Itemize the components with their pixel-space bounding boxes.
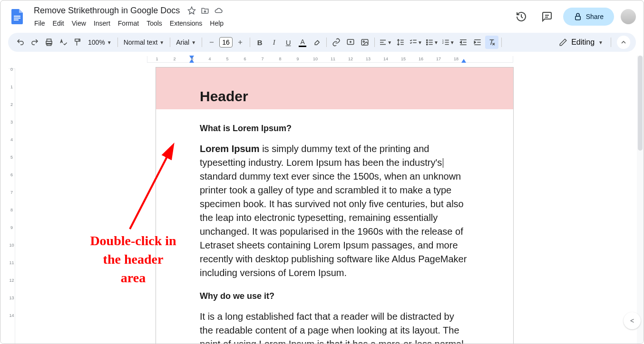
insert-image-button[interactable] [358,36,371,49]
undo-button[interactable] [14,36,27,49]
decrease-font-size-button[interactable] [205,36,218,49]
menu-edit[interactable]: Edit [49,18,68,29]
caret-down-icon: ▼ [107,40,112,45]
account-avatar[interactable] [621,9,636,24]
header-text: Header [200,88,469,105]
numbered-list-button[interactable]: 12▼ [440,36,456,49]
caret-down-icon: ▼ [387,40,392,45]
menu-view[interactable]: View [68,18,89,29]
svg-rect-8 [75,39,79,41]
menu-insert[interactable]: Insert [90,18,114,29]
vertical-scrollbar[interactable] [637,56,644,344]
increase-font-size-button[interactable] [234,36,247,49]
separator [611,38,611,47]
separator [250,38,250,47]
paint-format-button[interactable] [71,36,84,49]
paragraph-style-select[interactable]: Normal text▼ [121,38,167,46]
caret-down-icon: ▼ [159,40,164,45]
page-body[interactable]: What is Lorem Ipsum? Lorem Ipsum is simp… [156,109,513,344]
insert-link-button[interactable] [330,36,343,49]
clear-formatting-button[interactable] [485,36,498,49]
separator [117,38,118,47]
paragraph-1: Lorem Ipsum is simply dummy text of the … [200,142,469,280]
menu-format[interactable]: Format [115,18,142,29]
spellcheck-button[interactable] [57,36,70,49]
caret-down-icon: ▼ [434,40,439,45]
heading-1: What is Lorem Ipsum? [200,124,469,134]
italic-button[interactable]: I [267,36,281,49]
redo-button[interactable] [28,36,41,49]
cloud-status-icon[interactable] [214,6,223,15]
star-icon[interactable] [187,6,196,15]
collapse-toolbar-button[interactable] [617,36,630,49]
right-indent-marker[interactable] [461,59,466,63]
menu-extensions[interactable]: Extensions [166,18,205,29]
docs-logo[interactable] [8,7,27,26]
vertical-ruler[interactable]: 01234567891011121314 [8,56,16,344]
caret-down-icon: ▼ [450,40,455,45]
svg-point-26 [427,42,428,43]
separator [202,38,202,47]
caret-down-icon: ▼ [598,40,603,45]
separator [374,38,375,47]
caret-down-icon: ▼ [418,40,422,45]
pencil-icon [559,38,567,47]
horizontal-ruler[interactable]: 123456789101112131415161718 [16,56,644,63]
increase-indent-button[interactable] [471,36,484,49]
zoom-select[interactable]: 100%▼ [85,38,115,46]
side-tools: < [624,312,641,329]
insert-comment-button[interactable] [344,36,357,49]
separator [501,38,502,47]
text-color-button[interactable]: A [296,36,309,49]
svg-point-27 [427,44,428,45]
share-button[interactable]: Share [563,8,614,26]
svg-point-25 [427,39,428,40]
svg-rect-0 [14,16,20,17]
history-icon[interactable] [512,7,531,26]
line-spacing-button[interactable] [394,36,407,49]
document-area: 123456789101112131415161718 Header What … [16,56,644,344]
menu-help[interactable]: Help [206,18,227,29]
menubar: File Edit View Insert Format Tools Exten… [31,18,512,29]
move-icon[interactable] [201,6,209,15]
toolbar: 100%▼ Normal text▼ Arial▼ B I U A ▼ ▼ ▼ … [8,33,636,52]
explore-button[interactable]: < [624,312,641,329]
caret-down-icon: ▼ [191,40,196,45]
svg-rect-2 [14,19,19,20]
text-cursor [443,158,443,168]
workspace: 01234567891011121314 1234567891011121314… [0,56,644,344]
page-header[interactable]: Header [156,67,513,109]
menu-file[interactable]: File [31,18,49,29]
titlebar: Remove Strikethrough in Google Docs File… [0,0,644,29]
title-area: Remove Strikethrough in Google Docs File… [31,5,512,29]
comments-icon[interactable] [537,7,556,26]
print-button[interactable] [42,36,56,49]
lock-icon [574,12,582,21]
svg-rect-5 [575,16,580,20]
mode-select[interactable]: Editing ▼ [554,36,608,48]
highlight-color-button[interactable] [310,36,323,49]
document-title[interactable]: Remove Strikethrough in Google Docs [31,5,183,17]
svg-point-16 [363,41,364,42]
checklist-button[interactable]: ▼ [408,36,423,49]
font-select[interactable]: Arial▼ [173,38,199,46]
bold-button[interactable]: B [253,36,266,49]
bulleted-list-button[interactable]: ▼ [424,36,439,49]
underline-button[interactable]: U [282,36,295,49]
separator [326,38,327,47]
heading-2: Why do we use it? [200,291,469,301]
separator [170,38,170,47]
scrollbar-thumb[interactable] [638,56,643,151]
decrease-indent-button[interactable] [457,36,470,49]
svg-text:2: 2 [442,41,444,44]
share-label: Share [586,13,604,20]
paragraph-2: It is a long established fact that a rea… [200,310,469,344]
align-button[interactable]: ▼ [378,36,393,49]
menu-tools[interactable]: Tools [143,18,166,29]
svg-rect-1 [14,18,20,19]
font-size-input[interactable] [219,37,233,48]
document-page[interactable]: Header What is Lorem Ipsum? Lorem Ipsum … [156,67,514,344]
